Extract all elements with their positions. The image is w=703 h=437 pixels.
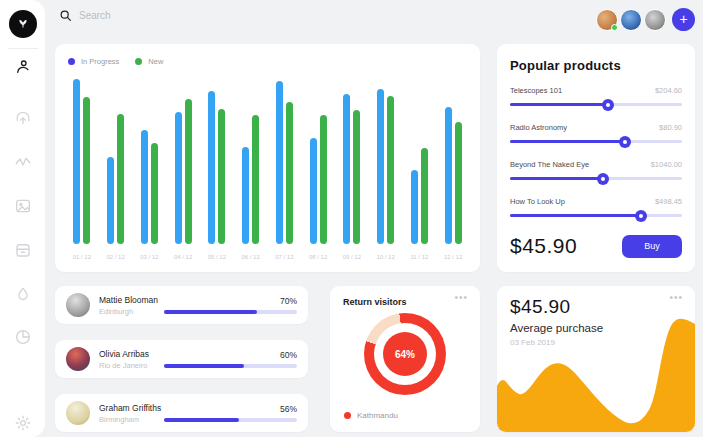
bar-group	[99, 90, 133, 244]
bar-x-label: 08 / 12	[301, 254, 335, 260]
avatar-user-3[interactable]	[644, 9, 666, 31]
bar-group	[369, 90, 403, 244]
sidebar-item-archive[interactable]	[14, 241, 32, 259]
bar-group	[301, 90, 335, 244]
price-slider[interactable]	[510, 135, 682, 147]
user-info: Graham GriffithsBirmingham	[99, 403, 164, 424]
return-visitors-title: Return visitors	[343, 297, 407, 307]
slider-thumb[interactable]	[619, 136, 631, 148]
product-line: Beyond The Naked Eye$1040.00	[510, 160, 682, 169]
popular-products-title: Popular products	[510, 58, 682, 73]
bar-new	[185, 99, 192, 244]
avatar-user-1[interactable]	[596, 9, 618, 31]
legend-item-new: New	[135, 57, 163, 66]
sidebar-item-activity[interactable]	[14, 153, 32, 171]
visitors-legend-label: Kathmandu	[357, 411, 398, 420]
bar-new	[455, 122, 462, 244]
price-slider[interactable]	[510, 172, 682, 184]
user-name: Graham Griffiths	[99, 403, 164, 413]
legend-item-in-progress: In Progress	[68, 57, 119, 66]
user-progress-card: Graham GriffithsBirmingham56%	[55, 394, 308, 432]
bar-new	[421, 148, 428, 244]
slider-thumb[interactable]	[597, 173, 609, 185]
product-price: $80.90	[659, 123, 682, 132]
slider-thumb[interactable]	[635, 210, 647, 222]
product-row: How To Look Up$498.45	[510, 197, 682, 221]
bar-group	[335, 90, 369, 244]
purchase-amount: $45.90	[510, 296, 571, 318]
bar-new	[252, 115, 259, 244]
product-list: Telescopes 101$204.60Radio Astronomy$80.…	[510, 86, 682, 221]
bar-group	[234, 90, 268, 244]
bar-new	[83, 97, 90, 244]
price-slider[interactable]	[510, 209, 682, 221]
sidebar-item-upload[interactable]	[14, 110, 32, 128]
bar-in-progress	[73, 79, 80, 244]
user-city: Birmingham	[99, 415, 164, 424]
leaf-logo-icon	[16, 17, 30, 31]
product-name: How To Look Up	[510, 197, 565, 206]
sidebar-item-media[interactable]	[14, 197, 32, 215]
user-percent: 70%	[164, 296, 297, 306]
price-slider[interactable]	[510, 98, 682, 110]
user-progress: 60%	[164, 350, 297, 368]
more-options-icon[interactable]	[669, 292, 683, 303]
calendar-icon	[14, 241, 32, 259]
pie-chart-icon	[14, 328, 32, 346]
purchase-date: 03 Feb 2019	[510, 338, 555, 347]
app-logo[interactable]	[9, 10, 37, 38]
slider-fill	[510, 214, 641, 217]
user-progress-card: Olivia ArribasRio de Janeiro60%	[55, 340, 308, 378]
sidebar-item-reports[interactable]	[14, 328, 32, 346]
droplet-icon	[14, 285, 32, 303]
user-percent: 60%	[164, 350, 297, 360]
search-input[interactable]	[79, 10, 239, 21]
user-progress: 70%	[164, 296, 297, 314]
buy-button[interactable]: Buy	[622, 235, 682, 258]
popular-products-card: Popular products Telescopes 101$204.60Ra…	[497, 44, 695, 272]
bar-in-progress	[175, 112, 182, 244]
more-options-icon[interactable]	[454, 292, 468, 303]
user-name: Mattie Blooman	[99, 295, 164, 305]
sidebar-item-settings[interactable]	[14, 414, 32, 432]
bar-group	[268, 90, 302, 244]
search-bar[interactable]	[59, 9, 239, 22]
sidebar-item-users[interactable]	[14, 58, 32, 76]
user-progress-fill	[164, 364, 244, 368]
return-visitors-card: Return visitors 64% Kathmandu	[330, 286, 480, 432]
bar-x-label: 12 / 12	[436, 254, 470, 260]
user-avatar	[66, 293, 90, 317]
online-status-dot	[611, 24, 618, 31]
add-button[interactable]: +	[672, 8, 695, 31]
bar-group	[436, 90, 470, 244]
sidebar-divider	[8, 48, 38, 49]
product-price: $498.45	[655, 197, 682, 206]
avatar-user-2[interactable]	[620, 9, 642, 31]
bar-in-progress	[242, 147, 249, 244]
slider-fill	[510, 140, 625, 143]
sidebar-item-liquid[interactable]	[14, 285, 32, 303]
bar-in-progress	[141, 130, 148, 244]
topbar-avatars: +	[596, 8, 695, 31]
bar-group	[133, 90, 167, 244]
average-purchase-card: $45.90 Average purchase 03 Feb 2019	[497, 286, 695, 432]
user-city: Edinburgh	[99, 307, 164, 316]
user-progress: 56%	[164, 404, 297, 422]
bar-in-progress	[310, 138, 317, 244]
bar-in-progress	[208, 91, 215, 244]
user-progress-card: Mattie BloomanEdinburgh70%	[55, 286, 308, 324]
user-progress-fill	[164, 310, 257, 314]
product-name: Radio Astronomy	[510, 123, 567, 132]
legend-label: New	[148, 57, 163, 66]
bar-new	[387, 96, 394, 245]
bar-groups	[65, 90, 470, 244]
orders-bar-chart-card: In Progress New 01 / 1202 / 1203 / 1204 …	[55, 44, 480, 272]
bar-new	[320, 115, 327, 244]
bar-group	[65, 90, 99, 244]
user-avatar	[66, 347, 90, 371]
bar-group	[403, 90, 437, 244]
product-name: Telescopes 101	[510, 86, 562, 95]
slider-thumb[interactable]	[602, 99, 614, 111]
search-icon	[59, 9, 72, 22]
product-row: Beyond The Naked Eye$1040.00	[510, 160, 682, 184]
